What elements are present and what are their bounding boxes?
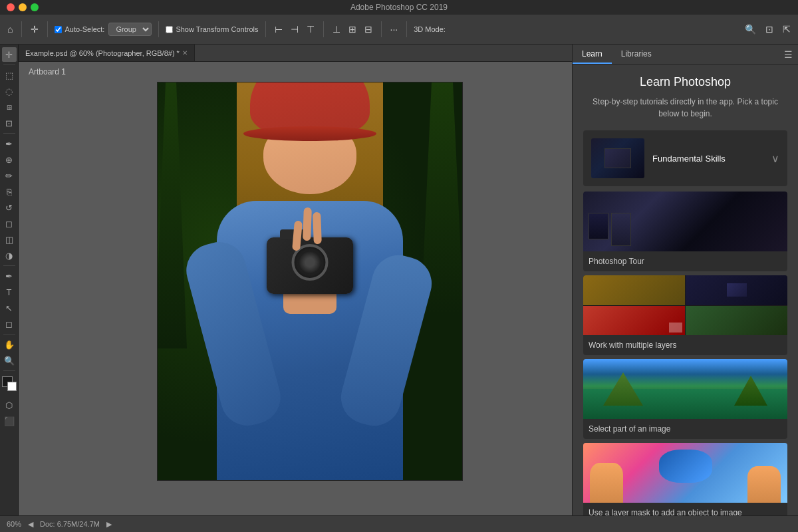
toolbar-right: 🔍 ⊡ ⇱ <box>743 22 793 37</box>
zoom-level: 60% <box>7 520 21 528</box>
group-dropdown[interactable]: Group <box>108 23 152 36</box>
layer-mask-thumb <box>583 443 787 503</box>
app-title: Adobe Photoshop CC 2019 <box>350 3 448 12</box>
align-left-icon[interactable]: ⊢ <box>273 22 285 37</box>
document-size: Doc: 6.75M/24.7M <box>40 520 100 528</box>
search-icon[interactable]: 🔍 <box>743 22 758 37</box>
gradient-tool[interactable]: ◫ <box>2 232 17 247</box>
path-select-tool[interactable]: ↖ <box>2 301 17 315</box>
tools-panel: ✛ ⬚ ◌ ⧆ ⊡ ✒ ⊕ ✏ ⎘ ↺ ◻ ◫ ◑ ✒ T ↖ ◻ ✋ 🔍 ⬡ … <box>0 45 19 515</box>
clone-stamp-tool[interactable]: ⎘ <box>2 184 17 199</box>
main-area: ✛ ⬚ ◌ ⧆ ⊡ ✒ ⊕ ✏ ⎘ ↺ ◻ ◫ ◑ ✒ T ↖ ◻ ✋ 🔍 ⬡ … <box>0 45 798 515</box>
canvas-tabs: Example.psd @ 60% (Photographer, RGB/8#)… <box>19 45 632 62</box>
fundamental-skills-label: Fundamental Skills <box>652 154 771 164</box>
multiple-layers-label: Work with multiple layers <box>583 335 787 355</box>
eraser-tool[interactable]: ◻ <box>2 216 17 231</box>
thumb-cell-3 <box>583 306 685 336</box>
align-center-icon[interactable]: ⊣ <box>289 22 301 37</box>
distribute-h-icon[interactable]: ⊟ <box>362 22 374 37</box>
title-bar: Adobe Photoshop CC 2019 <box>0 0 798 15</box>
home-icon[interactable]: ⌂ <box>5 22 15 37</box>
tutorial-layer-mask[interactable]: Use a layer mask to add an object to ima… <box>583 443 787 515</box>
fundamental-skills-header[interactable]: Fundamental Skills ∨ <box>583 130 787 186</box>
fundamental-skills-thumb <box>591 138 644 178</box>
brush-tool[interactable]: ✏ <box>2 168 17 183</box>
screen-mode[interactable]: ⬛ <box>2 414 17 428</box>
section-chevron-icon[interactable]: ∨ <box>771 152 779 165</box>
healing-tool[interactable]: ⊕ <box>2 152 17 167</box>
lasso-tool[interactable]: ◌ <box>2 84 17 98</box>
layer-mask-label: Use a layer mask to add an object to ima… <box>583 503 787 515</box>
distribute-v-icon[interactable]: ⊞ <box>346 22 358 37</box>
tool-separator-2 <box>3 133 15 134</box>
finger-3 <box>313 212 322 244</box>
thumb-cell-4 <box>686 306 787 336</box>
distribute-icon[interactable]: ⊥ <box>331 22 342 37</box>
section-thumb-inner <box>604 148 631 168</box>
shape-tool[interactable]: ◻ <box>2 317 17 331</box>
toolbar-separator-2 <box>47 21 48 37</box>
minimize-button[interactable] <box>19 3 27 11</box>
tutorial-select-part[interactable]: Select part of an image <box>583 359 787 439</box>
expand-icon[interactable]: ⇱ <box>781 22 793 37</box>
select-part-thumb <box>583 359 787 419</box>
more-options-icon[interactable]: ··· <box>388 22 400 37</box>
transform-controls-label: Show Transform Controls <box>176 25 258 33</box>
history-brush-tool[interactable]: ↺ <box>2 200 17 215</box>
right-container: Example.psd @ 60% (Photographer, RGB/8#)… <box>19 45 798 515</box>
blue-object <box>659 450 712 483</box>
main-toolbar: ⌂ ✛ Auto-Select: Group Show Transform Co… <box>0 15 798 45</box>
space-orb <box>727 283 747 297</box>
panel-1 <box>589 213 608 239</box>
learn-title: Learn Photoshop <box>583 75 787 89</box>
tutorial-multiple-layers[interactable]: Work with multiple layers <box>583 275 787 355</box>
document-tab-label: Example.psd @ 60% (Photographer, RGB/8#)… <box>25 49 180 57</box>
select-part-label: Select part of an image <box>583 419 787 439</box>
hand-left <box>590 463 623 503</box>
transform-controls-check[interactable]: Show Transform Controls <box>166 25 258 33</box>
canvas-area: Example.psd @ 60% (Photographer, RGB/8#)… <box>19 45 632 515</box>
transform-checkbox[interactable] <box>166 26 173 33</box>
zoom-tool[interactable]: 🔍 <box>2 353 17 368</box>
learn-panel-menu-icon[interactable]: ☰ <box>784 49 793 60</box>
marquee-tool[interactable]: ⬚ <box>2 68 17 82</box>
foreground-background-color[interactable] <box>2 376 17 391</box>
finger-2 <box>303 207 312 241</box>
tool-separator-5 <box>3 370 15 371</box>
move-icon[interactable]: ✛ <box>29 22 41 37</box>
background-color[interactable] <box>7 382 17 391</box>
hand-right <box>747 466 781 503</box>
tutorial-photoshop-tour[interactable]: Photoshop Tour <box>583 192 787 271</box>
libraries-tab[interactable]: Libraries <box>612 45 661 64</box>
align-right-icon[interactable]: ⊤ <box>305 22 317 37</box>
eyedropper-tool[interactable]: ✒ <box>2 136 17 151</box>
camera-body <box>267 237 353 294</box>
auto-select-checkbox[interactable] <box>55 26 62 33</box>
hand-tool[interactable]: ✋ <box>2 337 17 352</box>
paper-stack <box>669 323 682 332</box>
learn-body: Learn Photoshop Step-by-step tutorials d… <box>573 65 798 515</box>
close-button[interactable] <box>7 3 15 11</box>
status-arrow-left[interactable]: ◀ <box>28 520 33 529</box>
maximize-button[interactable] <box>31 3 39 11</box>
move-tool[interactable]: ✛ <box>2 47 17 62</box>
close-tab-icon[interactable]: ✕ <box>182 49 188 57</box>
document-tab[interactable]: Example.psd @ 60% (Photographer, RGB/8#)… <box>19 45 195 61</box>
pen-tool[interactable]: ✒ <box>2 269 17 283</box>
photo-canvas <box>157 82 463 481</box>
auto-select-check[interactable]: Auto-Select: <box>55 25 104 33</box>
artboard-label: Artboard 1 <box>29 67 66 76</box>
dodge-tool[interactable]: ◑ <box>2 248 17 263</box>
canvas-content[interactable]: Artboard 1 <box>19 62 632 515</box>
crop-tool[interactable]: ⊡ <box>2 116 17 130</box>
quick-mask-mode[interactable]: ⬡ <box>2 398 17 412</box>
quick-select-tool[interactable]: ⧆ <box>2 100 17 114</box>
learn-subtitle: Step-by-step tutorials directly in the a… <box>583 96 787 120</box>
status-arrow-right[interactable]: ▶ <box>106 520 112 529</box>
thumb-cell-1 <box>583 275 685 305</box>
learn-tab[interactable]: Learn <box>573 45 612 64</box>
workspace-icon[interactable]: ⊡ <box>763 22 775 37</box>
type-tool[interactable]: T <box>2 285 17 299</box>
toolbar-separator-7 <box>406 21 407 37</box>
photoshop-tour-label: Photoshop Tour <box>583 251 787 271</box>
